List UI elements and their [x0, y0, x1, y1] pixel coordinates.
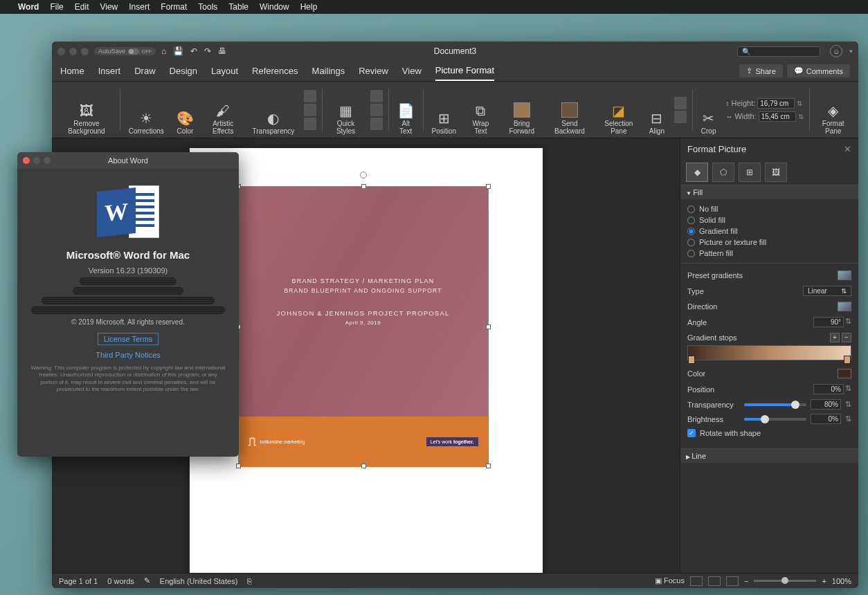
color-button[interactable]: 🎨Color	[171, 82, 199, 138]
stop-color-picker[interactable]	[838, 369, 851, 378]
pane-tab-effects-icon[interactable]: ⬠	[712, 163, 734, 182]
close-pane-icon[interactable]: ✕	[844, 144, 851, 154]
view-web-icon[interactable]	[708, 576, 721, 586]
menu-help[interactable]: Help	[300, 2, 318, 12]
line-section-header[interactable]: Line	[680, 449, 858, 463]
transparency-button[interactable]: ◐Transparency	[247, 82, 300, 138]
tab-layout[interactable]: Layout	[211, 62, 238, 80]
save-icon[interactable]: 💾	[173, 46, 183, 56]
comments-button[interactable]: 💬Comments	[787, 64, 850, 77]
fill-picture-radio[interactable]: Picture or texture fill	[687, 237, 851, 248]
resize-handle[interactable]	[486, 464, 491, 468]
share-button[interactable]: ⇪Share	[739, 64, 782, 77]
menu-tools[interactable]: Tools	[198, 2, 217, 12]
remove-background-button[interactable]: 🖼Remove Background	[56, 82, 117, 138]
menu-insert[interactable]: Insert	[129, 2, 150, 12]
tab-home[interactable]: Home	[60, 62, 84, 80]
reset-picture-icon[interactable]	[304, 118, 316, 130]
search-input[interactable]: 🔍	[737, 46, 820, 57]
fill-solid-radio[interactable]: Solid fill	[687, 214, 851, 226]
macro-icon[interactable]: ⎘	[247, 577, 252, 585]
angle-input[interactable]: 90°	[813, 317, 844, 327]
pane-tab-picture-icon[interactable]: 🖼	[765, 163, 787, 182]
about-window-controls[interactable]	[23, 157, 51, 164]
border-icon[interactable]	[370, 90, 383, 102]
home-icon[interactable]: ⌂	[161, 46, 166, 56]
gradient-stops-slider[interactable]	[687, 345, 851, 360]
zoom-out-icon[interactable]: −	[744, 577, 748, 585]
position-button[interactable]: ⊞Position	[426, 82, 462, 138]
rotate-icon[interactable]	[674, 111, 687, 123]
bring-forward-button[interactable]: Bring Forward	[500, 82, 544, 138]
wrap-text-button[interactable]: ⧉Wrap Text	[463, 82, 498, 138]
license-terms-link[interactable]: License Terms	[98, 333, 159, 345]
resize-handle[interactable]	[361, 184, 366, 189]
resize-handle[interactable]	[486, 324, 491, 329]
zoom-in-icon[interactable]: +	[822, 577, 826, 585]
menu-view[interactable]: View	[100, 2, 118, 12]
selected-picture[interactable]: BRAND STRATEGY / MARKETING PLAN BRAND BL…	[238, 186, 489, 466]
language-indicator[interactable]: English (United States)	[160, 577, 238, 585]
tab-mailings[interactable]: Mailings	[312, 62, 345, 80]
layout-icon[interactable]	[370, 118, 383, 130]
artistic-effects-button[interactable]: 🖌Artistic Effects	[201, 82, 246, 138]
rotate-with-shape-checkbox[interactable]: ✓Rotate with shape	[687, 426, 851, 440]
selection-pane-button[interactable]: ◪Selection Pane	[595, 82, 642, 138]
transparency-input[interactable]: 80%	[811, 399, 841, 410]
change-picture-icon[interactable]	[304, 104, 316, 116]
group-icon[interactable]	[674, 97, 687, 109]
brightness-input[interactable]: 0%	[811, 414, 841, 424]
tab-view[interactable]: View	[402, 62, 422, 80]
undo-icon[interactable]: ↶	[190, 46, 197, 56]
zoom-level[interactable]: 100%	[832, 577, 851, 585]
fill-gradient-radio[interactable]: Gradient fill	[687, 226, 851, 237]
remove-stop-button[interactable]: −	[842, 333, 851, 342]
menu-window[interactable]: Window	[260, 2, 289, 12]
menu-app[interactable]: Word	[18, 2, 39, 12]
quick-styles-button[interactable]: ▦Quick Styles	[325, 82, 366, 138]
zoom-slider[interactable]	[754, 580, 816, 582]
send-backward-button[interactable]: Send Backward	[545, 82, 594, 138]
menu-format[interactable]: Format	[161, 2, 187, 12]
pane-tab-fill-icon[interactable]: ◆	[686, 163, 708, 182]
gradient-type-select[interactable]: Linear⇅	[803, 286, 851, 296]
corrections-button[interactable]: ☀Corrections	[123, 82, 170, 138]
align-button[interactable]: ⊟Align	[644, 82, 670, 138]
brightness-slider[interactable]	[744, 418, 806, 421]
tab-references[interactable]: References	[252, 62, 298, 80]
fill-pattern-radio[interactable]: Pattern fill	[687, 248, 851, 259]
stop-position-input[interactable]: 0%	[813, 384, 844, 394]
menu-table[interactable]: Table	[228, 2, 248, 12]
crop-button[interactable]: ✂Crop	[696, 82, 722, 138]
print-icon[interactable]: 🖶	[218, 46, 226, 56]
width-input[interactable]: 15,45 cm	[759, 111, 796, 122]
preset-gradients-picker[interactable]	[838, 271, 851, 280]
direction-picker[interactable]	[838, 302, 851, 311]
menu-file[interactable]: File	[50, 2, 63, 12]
tab-design[interactable]: Design	[170, 62, 197, 80]
window-controls[interactable]	[57, 48, 89, 55]
page-indicator[interactable]: Page 1 of 1	[59, 577, 98, 585]
tab-insert[interactable]: Insert	[98, 62, 121, 80]
view-print-icon[interactable]	[690, 576, 703, 586]
add-stop-button[interactable]: +	[830, 333, 840, 342]
rotate-handle[interactable]	[360, 172, 367, 178]
resize-handle[interactable]	[361, 464, 366, 468]
effects-icon[interactable]	[370, 104, 383, 116]
transparency-slider[interactable]	[744, 403, 806, 406]
fill-section-header[interactable]: Fill	[680, 185, 858, 199]
third-party-link[interactable]: Third Party Notices	[17, 351, 239, 359]
format-pane-button[interactable]: ◈Format Pane	[812, 82, 854, 138]
fill-none-radio[interactable]: No fill	[687, 203, 851, 214]
alt-text-button[interactable]: 📄Alt Text	[392, 82, 420, 138]
tab-draw[interactable]: Draw	[134, 62, 155, 80]
menu-edit[interactable]: Edit	[75, 2, 89, 12]
autosave-toggle[interactable]: AutoSaveOFF	[94, 47, 156, 55]
redo-icon[interactable]: ↷	[204, 46, 211, 56]
tab-picture-format[interactable]: Picture Format	[435, 61, 494, 81]
focus-mode[interactable]: ▣ Focus	[655, 576, 685, 585]
pane-tab-layout-icon[interactable]: ⊞	[739, 163, 761, 182]
word-count[interactable]: 0 words	[107, 577, 134, 585]
compress-icon[interactable]	[304, 90, 316, 102]
resize-handle[interactable]	[236, 464, 241, 468]
